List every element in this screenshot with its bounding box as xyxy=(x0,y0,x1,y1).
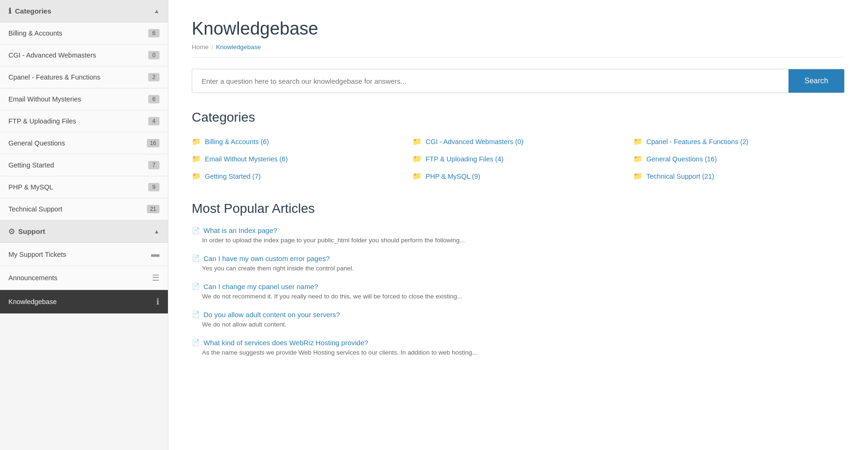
category-label: Email Without Mysteries (6) xyxy=(205,155,288,163)
article-icon: 📄 xyxy=(192,339,200,346)
sidebar-item-count: 2 xyxy=(148,73,159,81)
sidebar-categories-title: Categories xyxy=(15,7,51,15)
category-label: Cpanel - Features & Functions (2) xyxy=(646,138,748,145)
category-label: Billing & Accounts (6) xyxy=(205,138,269,145)
article-icon: 📄 xyxy=(192,283,200,290)
list-item: 📄 Can I have my own custom error pages? … xyxy=(192,254,845,273)
sidebar-item-technical[interactable]: Technical Support 21 xyxy=(0,198,168,220)
folder-icon: 📁 xyxy=(192,154,201,163)
breadcrumb-home[interactable]: Home xyxy=(192,44,209,51)
info-icon: ℹ xyxy=(8,7,11,15)
articles-list: 📄 What is an Index page? In order to upl… xyxy=(192,226,845,357)
category-link-1[interactable]: 📁CGI - Advanced Webmasters (0) xyxy=(412,135,624,148)
sidebar-item-count: 7 xyxy=(148,161,159,169)
sidebar-item-knowledgebase[interactable]: Knowledgebase ℹ xyxy=(0,290,168,314)
list-item: 📄 What is an Index page? In order to upl… xyxy=(192,226,845,245)
category-link-0[interactable]: 📁Billing & Accounts (6) xyxy=(192,135,403,148)
article-desc: Yes you can create them right inside the… xyxy=(202,264,845,273)
list-icon: ☰ xyxy=(152,273,159,283)
sidebar-item-label: Email Without Mysteries xyxy=(8,95,81,103)
sidebar-item-label: CGI - Advanced Webmasters xyxy=(8,51,96,59)
article-desc: We do not recommend it. If you really ne… xyxy=(202,292,845,301)
sidebar-item-getting-started[interactable]: Getting Started 7 xyxy=(0,154,168,176)
ticket-icon: ▬ xyxy=(151,249,159,259)
sidebar-item-php[interactable]: PHP & MySQL 9 xyxy=(0,176,168,198)
folder-icon: 📁 xyxy=(412,172,422,181)
category-label: General Questions (16) xyxy=(646,155,717,163)
article-icon: 📄 xyxy=(192,227,200,234)
support-icon: ⊙ xyxy=(8,227,14,236)
sidebar-item-count: 6 xyxy=(148,95,159,103)
list-item: 📄 What kind of services does WebRiz Host… xyxy=(192,339,845,357)
sidebar-item-count: 9 xyxy=(148,183,159,191)
main-content: Knowledgebase Home / Knowledgebase Searc… xyxy=(168,0,868,450)
breadcrumb-current[interactable]: Knowledgebase xyxy=(216,44,261,51)
sidebar-item-tickets[interactable]: My Support Tickets ▬ xyxy=(0,243,168,266)
sidebar-item-announcements[interactable]: Announcements ☰ xyxy=(0,266,168,290)
category-label: PHP & MySQL (9) xyxy=(426,173,480,180)
article-link-0[interactable]: 📄 What is an Index page? xyxy=(192,226,845,234)
folder-icon: 📁 xyxy=(633,137,643,146)
category-link-5[interactable]: 📁General Questions (16) xyxy=(633,152,845,165)
sidebar-item-cgi[interactable]: CGI - Advanced Webmasters 0 xyxy=(0,44,168,66)
folder-icon: 📁 xyxy=(412,154,422,163)
sidebar-item-label: General Questions xyxy=(8,139,65,147)
search-input[interactable] xyxy=(192,69,788,93)
sidebar-item-label: Cpanel - Features & Functions xyxy=(8,73,101,81)
categories-section-title: Categories xyxy=(192,110,845,125)
article-desc: We do not allow adult content. xyxy=(202,320,845,329)
chevron-up-icon-support: ▲ xyxy=(154,228,159,235)
article-title: Can I change my cpanel user name? xyxy=(203,283,318,290)
page-title: Knowledgebase xyxy=(192,19,845,39)
sidebar-item-email[interactable]: Email Without Mysteries 6 xyxy=(0,88,168,110)
category-label: CGI - Advanced Webmasters (0) xyxy=(426,138,523,145)
sidebar-categories-header[interactable]: ℹ Categories ▲ xyxy=(0,0,168,22)
search-bar: Search xyxy=(192,69,845,93)
category-label: Technical Support (21) xyxy=(646,173,714,180)
sidebar-item-ftp[interactable]: FTP & Uploading Files 4 xyxy=(0,110,168,132)
category-link-3[interactable]: 📁Email Without Mysteries (6) xyxy=(192,152,403,165)
list-item: 📄 Can I change my cpanel user name? We d… xyxy=(192,283,845,301)
article-icon: 📄 xyxy=(192,254,200,262)
category-link-2[interactable]: 📁Cpanel - Features & Functions (2) xyxy=(633,135,845,148)
article-title: Can I have my own custom error pages? xyxy=(203,254,330,262)
folder-icon: 📁 xyxy=(633,172,643,181)
sidebar-item-label: Technical Support xyxy=(8,205,62,213)
sidebar-item-label: Getting Started xyxy=(8,161,54,169)
article-link-4[interactable]: 📄 What kind of services does WebRiz Host… xyxy=(192,339,845,347)
folder-icon: 📁 xyxy=(192,172,201,181)
category-link-6[interactable]: 📁Getting Started (7) xyxy=(192,170,403,182)
folder-icon: 📁 xyxy=(412,137,422,146)
sidebar-item-billing[interactable]: Billing & Accounts 6 xyxy=(0,22,168,44)
category-label: Getting Started (7) xyxy=(205,173,260,180)
article-desc: As the name suggests we provide Web Host… xyxy=(202,348,845,357)
sidebar-support-header[interactable]: ⊙ Support ▲ xyxy=(0,220,168,243)
chevron-up-icon: ▲ xyxy=(154,8,159,15)
article-title: What is an Index page? xyxy=(203,226,277,234)
folder-icon: 📁 xyxy=(192,137,201,146)
category-link-8[interactable]: 📁Technical Support (21) xyxy=(633,170,845,182)
list-item: 📄 Do you allow adult content on your ser… xyxy=(192,311,845,329)
sidebar-item-cpanel[interactable]: Cpanel - Features & Functions 2 xyxy=(0,66,168,88)
sidebar-item-general[interactable]: General Questions 16 xyxy=(0,132,168,154)
article-link-1[interactable]: 📄 Can I have my own custom error pages? xyxy=(192,254,845,262)
category-link-7[interactable]: 📁PHP & MySQL (9) xyxy=(412,170,624,182)
search-button[interactable]: Search xyxy=(788,69,844,93)
sidebar-item-count: 6 xyxy=(148,29,159,37)
category-link-4[interactable]: 📁FTP & Uploading Files (4) xyxy=(412,152,624,165)
sidebar-item-count: 4 xyxy=(148,117,159,125)
article-desc: In order to upload the index page to you… xyxy=(202,236,845,245)
categories-grid: 📁Billing & Accounts (6)📁CGI - Advanced W… xyxy=(192,135,845,182)
sidebar-item-label: FTP & Uploading Files xyxy=(8,117,76,125)
article-link-3[interactable]: 📄 Do you allow adult content on your ser… xyxy=(192,311,845,319)
sidebar-category-list: Billing & Accounts 6 CGI - Advanced Webm… xyxy=(0,22,168,220)
sidebar-item-count: 21 xyxy=(147,205,159,213)
sidebar: ℹ Categories ▲ Billing & Accounts 6 CGI … xyxy=(0,0,168,450)
folder-icon: 📁 xyxy=(633,154,643,163)
sidebar-item-count: 0 xyxy=(148,51,159,59)
sidebar-support-title: Support xyxy=(18,227,45,235)
article-title: What kind of services does WebRiz Hostin… xyxy=(203,339,368,347)
info-circle-icon: ℹ xyxy=(156,297,159,307)
sidebar-item-label: PHP & MySQL xyxy=(8,183,53,191)
article-link-2[interactable]: 📄 Can I change my cpanel user name? xyxy=(192,283,845,290)
